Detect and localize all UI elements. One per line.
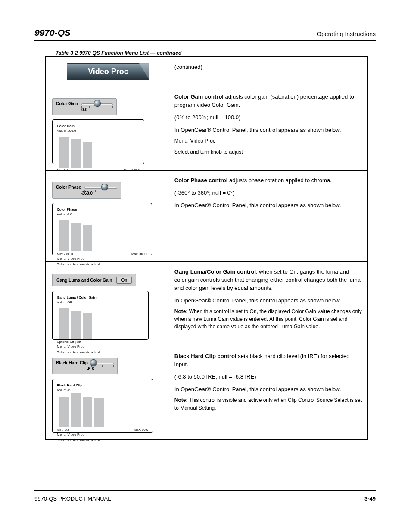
- slider-knob-icon[interactable]: [90, 360, 97, 366]
- ogp-menu: Menu: Video Proc: [57, 432, 148, 436]
- ogp-min: Min: -6.8: [57, 428, 69, 432]
- bars-icon: [59, 219, 147, 251]
- video-proc-tab-label: Video Proc: [88, 67, 128, 76]
- color-gain-value: 0.0: [56, 107, 113, 112]
- video-proc-tab[interactable]: Video Proc: [67, 63, 149, 80]
- ogp-gang-card: Gang Luma / Color Gain Value: Off Option…: [52, 291, 149, 340]
- header-product: 9970-QS: [34, 28, 71, 38]
- black-hard-clip-slider[interactable]: Black Hard Clip -6.8: [52, 358, 118, 374]
- ogp-value: Value: 100.0: [57, 129, 140, 133]
- ogp-value: Value: Off: [57, 300, 144, 304]
- bars-icon: [59, 395, 148, 427]
- video-proc-continued: (continued): [174, 63, 362, 72]
- color-gain-slider[interactable]: Color Gain 0.0: [52, 98, 117, 115]
- slider-track[interactable]: [84, 186, 117, 189]
- ogp-value: Value: 0.0: [57, 212, 147, 216]
- header-section: Operating Instructions: [317, 31, 376, 37]
- ogp-options: Options: Off | On: [57, 340, 81, 344]
- gang-toggle-button[interactable]: On: [116, 277, 132, 284]
- function-menu-table: Video Proc (continued) Color Gain: [45, 56, 368, 440]
- slider-knob-icon[interactable]: [102, 184, 108, 190]
- color-phase-label: Color Phase: [56, 185, 81, 190]
- bars-icon: [59, 307, 144, 339]
- ogp-title: Black Hard Clip: [57, 383, 82, 387]
- color-gain-description: Color Gain control adjusts color gain (s…: [174, 93, 362, 156]
- gang-description: Gang Luma/Color Gain control, when set t…: [174, 268, 362, 331]
- bars-icon: [59, 135, 140, 168]
- slider-track[interactable]: [81, 102, 113, 106]
- gang-toggle-label: Gang Luma and Color Gain: [56, 278, 112, 283]
- footer-manual: 9970-QS PRODUCT MANUAL: [34, 495, 111, 502]
- ogp-hint: Select and turn knob to adjust: [57, 438, 148, 442]
- black-hard-clip-description: Black Hard Clip control sets black hard …: [174, 352, 362, 412]
- color-gain-label: Color Gain: [56, 101, 78, 106]
- color-phase-value: -360.0: [56, 191, 117, 196]
- ogp-title: Color Phase: [57, 208, 77, 212]
- ogp-max: Max: 50.0: [134, 428, 148, 432]
- slider-track[interactable]: [91, 361, 114, 365]
- ogp-color-gain-card: Color Gain Value: 100.0 Min: 0.0Max: 200…: [52, 119, 144, 164]
- ogp-black-hard-clip-card: Black Hard Clip Value: -6.8 Min: -6.8Max…: [52, 379, 153, 433]
- footer-page-number: 3-49: [364, 495, 376, 502]
- ogp-menu: Menu: Video Proc: [57, 257, 147, 261]
- footer-divider: [34, 490, 376, 491]
- ogp-max: Max: 360.0: [131, 252, 147, 256]
- header-divider: [34, 40, 376, 41]
- ogp-value: Value: -6.8: [57, 388, 148, 392]
- ogp-color-phase-card: Color Phase Value: 0.0 Min: -360.0Max: 3…: [52, 203, 152, 255]
- color-phase-description: Color Phase control adjusts phase rotati…: [174, 177, 362, 210]
- ogp-min: Min: -360.0: [57, 252, 73, 256]
- gang-luma-color-toggle[interactable]: Gang Luma and Color Gain On: [52, 274, 136, 286]
- black-hard-clip-label: Black Hard Clip: [56, 361, 88, 365]
- slider-knob-icon[interactable]: [94, 100, 100, 106]
- color-phase-slider[interactable]: Color Phase -360.0: [52, 182, 121, 199]
- ogp-title: Gang Luma / Color Gain: [57, 296, 97, 299]
- ogp-title: Color Gain: [57, 124, 75, 128]
- black-hard-clip-value: -6.8: [87, 367, 114, 371]
- table-caption: Table 3-2 9970-QS Function Menu List — c…: [56, 50, 181, 56]
